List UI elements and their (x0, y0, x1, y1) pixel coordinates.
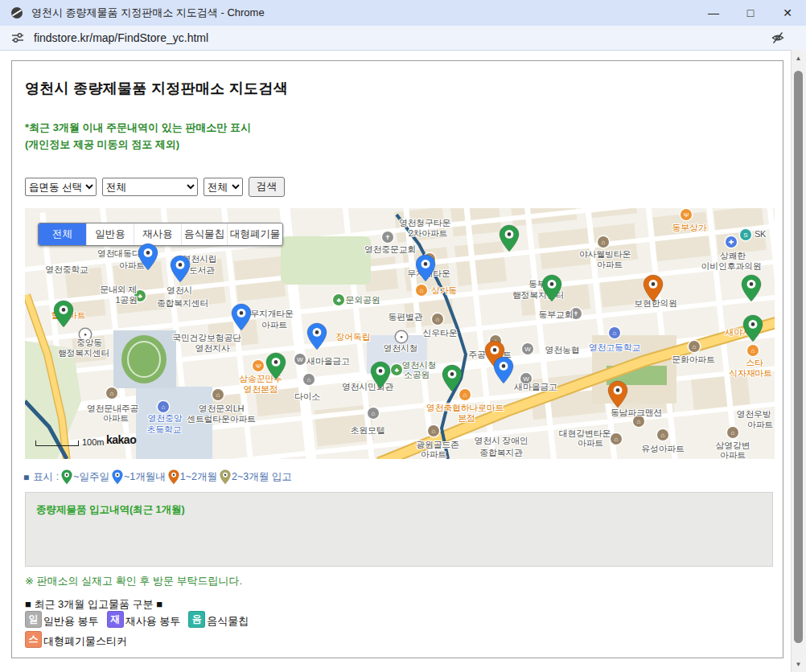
building-poi-icon: ⌂ (611, 433, 622, 445)
kakao-logo: kakao (106, 433, 136, 446)
map-label: 종합복지센터 (157, 297, 208, 309)
map-label: 아파트 (747, 419, 773, 431)
category-legend-item: 재재사용 봉투 (107, 611, 181, 628)
site-settings-icon[interactable] (11, 31, 24, 44)
map-marker-green[interactable] (541, 274, 562, 302)
page-favicon (10, 6, 23, 19)
address-bar[interactable]: findstore.kr/map/FindStore_yc.html (0, 26, 806, 51)
minimize-button[interactable]: — (695, 0, 732, 26)
map-marker-green[interactable] (265, 352, 286, 380)
marker-legend: ■ 표시 : ~일주일~1개월내1~2개월2~3개월 입고 (23, 469, 292, 485)
map-label: 아파트 (421, 449, 446, 460)
map-label: 아파트 (578, 437, 603, 449)
map-tab-음식물칩[interactable]: 음식물칩 (181, 223, 227, 245)
category-badge-icon: 일 (25, 611, 42, 628)
notice-text: *최근 3개월 이내 주문내역이 있는 판매소만 표시 (개인정보 제공 미동의… (25, 119, 251, 153)
map-marker-blue[interactable] (170, 255, 191, 283)
window-title: 영천시 종량제물품 지정판매소 지도검색 - Chrome (31, 6, 265, 20)
map-tab-대형폐기물[interactable]: 대형폐기물 (227, 223, 282, 245)
park-poi-icon: ♣ (391, 364, 402, 375)
map-marker-green[interactable] (742, 314, 763, 342)
map-tab-전체[interactable]: 전체 (39, 223, 86, 245)
scrollbar-down-arrow[interactable]: ▼ (792, 658, 805, 670)
category-label: 대형폐기물스티커 (43, 635, 127, 648)
map-category-tabs: 전체일반용재사용음식물칩대형폐기물 (38, 223, 283, 246)
map-marker-orange[interactable] (607, 380, 628, 408)
map-label: SK (755, 229, 766, 239)
legend-square-icon: ■ (23, 472, 29, 483)
map-label: 유성아파트 (641, 443, 685, 455)
category-legend-item: 스대형폐기물스티커 (25, 631, 127, 648)
map-tab-재사용[interactable]: 재사용 (134, 223, 181, 245)
map-label: 영천시 장애인 (475, 435, 528, 447)
marker-pin-icon-blue (112, 469, 123, 485)
map-marker-blue[interactable] (231, 303, 252, 331)
category-label: 재사용 봉투 (125, 615, 181, 628)
building-poi-icon: ⌂ (212, 389, 224, 400)
category-label: 일반용 봉투 (43, 615, 99, 628)
map-tab-일반용[interactable]: 일반용 (86, 223, 134, 245)
map-label: 영천본점 (244, 383, 278, 395)
category-select[interactable]: 전체 (102, 178, 198, 196)
marker-legend-label: ~일주일 (73, 470, 109, 484)
hospital-poi-icon: ✚ (726, 236, 737, 248)
map-label: 종합복지관 (479, 447, 523, 459)
scale-label: 100m (82, 438, 105, 446)
scrollbar-thumb[interactable] (794, 71, 803, 643)
map-label: 초원모텔 (351, 424, 385, 436)
shop-poi-icon: ⌂ (416, 285, 427, 296)
map-label: 아파트 (261, 319, 287, 331)
map-marker-orange[interactable] (643, 274, 664, 302)
map-label: 새마을금고 (306, 355, 350, 367)
building-poi-icon: ⌂ (432, 313, 443, 325)
school-poi-icon: ⌂ (158, 401, 169, 412)
scale-bar (35, 440, 79, 446)
map-label: 동부교회 (539, 309, 574, 321)
map-label: 본점 (458, 412, 475, 424)
map-marker-green[interactable] (53, 300, 74, 328)
map-marker-green[interactable] (442, 364, 463, 392)
maximize-button[interactable]: □ (732, 0, 769, 26)
scrollbar-up-arrow[interactable]: ▲ (792, 51, 805, 64)
map-label: 1공원 (115, 294, 137, 306)
close-button[interactable]: ✕ (769, 0, 806, 26)
url-text[interactable]: findstore.kr/map/FindStore_yc.html (34, 31, 208, 44)
map-label: 문화아파트 (672, 354, 715, 366)
map-label: 장어독립 (336, 331, 371, 343)
marker-legend-label: 1~2개월 (180, 470, 217, 484)
map-label: 상가동 (431, 285, 457, 297)
map-label: 신우타운 (423, 327, 458, 339)
map-marker-blue[interactable] (138, 243, 158, 271)
content-card: 영천시 종량제물품 지정판매소 지도검색 *최근 3개월 이내 주문내역이 있는… (11, 60, 783, 658)
eye-off-icon[interactable] (771, 31, 785, 45)
map[interactable]: 전체일반용재사용음식물칩대형폐기물 100m kakao 영천중학교영천대동다숲… (25, 208, 775, 459)
building-poi-icon: ⌂ (657, 429, 668, 440)
scrollbar[interactable]: ▲ ▼ (791, 50, 806, 672)
map-scale: 100m (35, 438, 105, 446)
bank-poi-icon: W (522, 343, 533, 354)
map-marker-blue[interactable] (493, 356, 514, 384)
park-poi-icon: ♣ (333, 294, 344, 305)
government-poi-icon: ● (396, 331, 407, 342)
map-label: 행정복지센터 (58, 347, 109, 359)
map-marker-green[interactable] (370, 361, 391, 389)
period-select[interactable]: 전체 (204, 178, 243, 196)
marker-pin-icon-orange (168, 469, 179, 485)
map-marker-green[interactable] (499, 224, 520, 252)
category-badge-icon: 재 (107, 611, 124, 628)
marker-legend-label: ~1개월내 (124, 470, 166, 484)
map-label: 영천시 (167, 285, 192, 297)
map-marker-blue[interactable] (306, 322, 327, 350)
category-legend-item: 음음식물칩 (188, 611, 249, 628)
map-label: 동편별관 (389, 311, 423, 323)
search-button[interactable]: 검색 (249, 177, 285, 197)
visit-note: ※ 판매소의 실재고 확인 후 방문 부탁드립니다. (25, 574, 242, 588)
map-marker-blue[interactable] (415, 254, 436, 282)
gas-station-poi-icon: S (740, 229, 751, 240)
district-select[interactable]: 읍면동 선택 (25, 178, 97, 196)
stock-box: 종량제물품 입고내역(최근 1개월) (25, 492, 773, 567)
map-marker-green[interactable] (741, 274, 762, 302)
marker-legend-item: 2~3개월 입고 (220, 469, 292, 485)
church-poi-icon: ✝ (382, 232, 393, 243)
map-label: 영천농협 (545, 344, 580, 356)
